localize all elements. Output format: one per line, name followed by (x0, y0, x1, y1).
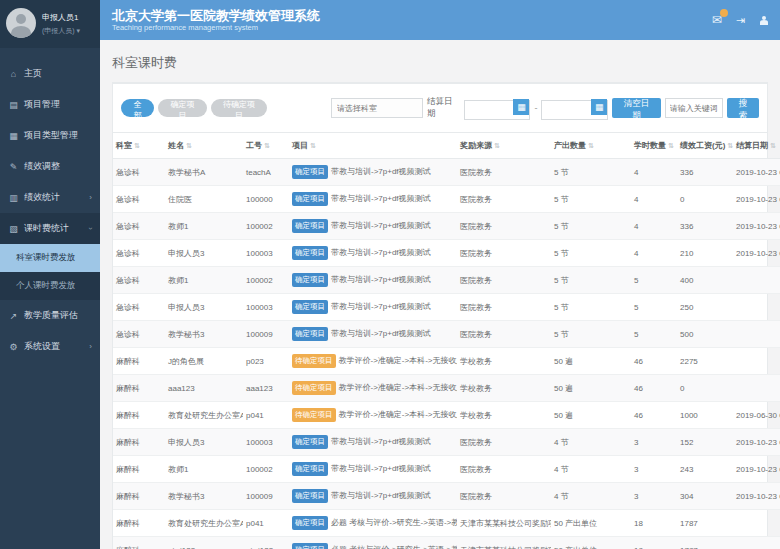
sort-icon[interactable]: ⇅ (494, 142, 500, 149)
table-row[interactable]: 麻醉科教育处研究生办公室Ap041确定项目必题 考核与评价->研究生->英语->… (113, 510, 780, 537)
cell-department: 麻醉科 (113, 456, 165, 483)
table-row[interactable]: 急诊科教学秘书AteachA确定项目带教与培训->7p+df视频测试医院教务5 … (113, 159, 780, 186)
sort-icon[interactable]: ⇅ (588, 142, 594, 149)
user-icon[interactable] (759, 16, 768, 25)
cell-employee-id: 100003 (243, 294, 289, 321)
cell-salary: 2275 (677, 348, 733, 375)
filter-unconfirmed-button[interactable]: 待确定项目 (211, 99, 267, 117)
logout-icon[interactable]: ⇥ (736, 14, 745, 27)
cell-department: 麻醉科 (113, 483, 165, 510)
avatar (6, 8, 36, 38)
cell-department: 急诊科 (113, 267, 165, 294)
sidebar-item-1[interactable]: ▤项目管理 (0, 89, 100, 120)
cell-salary: 152 (677, 429, 733, 456)
cell-employee-id: aiwi123 (243, 537, 289, 549)
cell-reward-source: 医院教务 (457, 321, 551, 348)
filter-confirmed-button[interactable]: 确定项目 (158, 99, 207, 117)
cell-output-qty: 4 节 (551, 429, 631, 456)
cell-hours-qty: 18 (631, 537, 677, 549)
cell-employee-id: 100000 (243, 186, 289, 213)
table-row[interactable]: 麻醉科J的角色展p023待确定项目教学评价->准确定->本科->无接收人学校教务… (113, 348, 780, 375)
cell-salary: 336 (677, 159, 733, 186)
calendar-icon[interactable]: ▦ (591, 99, 607, 115)
sort-icon[interactable]: ⇅ (668, 142, 674, 149)
table-row[interactable]: 急诊科申报人员3100003确定项目带教与培训->7p+df视频测试医院教务5 … (113, 294, 780, 321)
calendar-icon[interactable]: ▦ (513, 99, 529, 115)
table-row[interactable]: 麻醉科教育处研究生办公室Ap041待确定项目教学评价->准确定->本科->无接收… (113, 402, 780, 429)
cell-hours-qty: 3 (631, 483, 677, 510)
cell-reward-source: 医院教务 (457, 186, 551, 213)
cell-reward-source: 医院教务 (457, 429, 551, 456)
envelope-icon[interactable]: ✉ (712, 13, 722, 27)
cell-settle-date (733, 267, 780, 294)
search-button[interactable]: 搜索 (727, 98, 759, 118)
cell-hours-qty: 5 (631, 294, 677, 321)
user-role-dropdown[interactable]: (申报人员) ▾ (42, 26, 80, 36)
cell-project: 确定项目带教与培训->7p+df视频测试 (289, 456, 457, 483)
cell-hours-qty: 5 (631, 321, 677, 348)
cell-hours-qty: 4 (631, 186, 677, 213)
column-header[interactable]: 奖励来源⇅ (457, 133, 551, 159)
table-row[interactable]: 麻醉科申报人员3100003确定项目带教与培训->7p+df视频测试医院教务4 … (113, 429, 780, 456)
sidebar-item-7[interactable]: ⚙系统设置› (0, 331, 100, 362)
clear-date-button[interactable]: 清空日期 (612, 98, 660, 118)
cell-salary: 1000 (677, 402, 733, 429)
cell-salary: 243 (677, 456, 733, 483)
sort-icon[interactable]: ⇅ (134, 142, 140, 149)
date-separator: - (534, 103, 537, 113)
sidebar: 申报人员1 (申报人员) ▾ ⌂主页▤项目管理▦项目类型管理✎绩效调整▥绩效统计… (0, 0, 100, 549)
table-row[interactable]: 急诊科教师1100002确定项目带教与培训->7p+df视频测试医院教务5 节5… (113, 267, 780, 294)
column-header[interactable]: 工号⇅ (243, 133, 289, 159)
sidebar-item-0[interactable]: ⌂主页 (0, 58, 100, 89)
sort-icon[interactable]: ⇅ (186, 142, 192, 149)
project-status-badge: 确定项目 (292, 516, 328, 530)
cell-project: 待确定项目教学评价->准确定->本科->无接收人 (289, 375, 457, 402)
table-row[interactable]: 麻醉科aiwi123aiwi123确定项目必题 考核与评价->研究生->英语->… (113, 537, 780, 549)
topbar: 北京大学第一医院教学绩效管理系统 Teaching performance ma… (100, 0, 780, 40)
sidebar-subitem-5-0[interactable]: 科室课时费发放 (0, 244, 100, 272)
cell-project: 确定项目带教与培训->7p+df视频测试 (289, 321, 457, 348)
user-panel[interactable]: 申报人员1 (申报人员) ▾ (0, 0, 100, 48)
table-row[interactable]: 麻醉科教学秘书3100009确定项目带教与培训->7p+df视频测试医院教务4 … (113, 483, 780, 510)
sort-icon[interactable]: ⇅ (264, 142, 270, 149)
cell-hours-qty: 4 (631, 159, 677, 186)
sidebar-item-6[interactable]: ↗教学质量评估 (0, 300, 100, 331)
fee-table: 科室⇅姓名⇅工号⇅项目⇅奖励来源⇅产出数量⇅学时数量⇅绩效工资(元)⇅结算日期⇅… (113, 133, 780, 549)
table-row[interactable]: 麻醉科教师1100002确定项目带教与培训->7p+df视频测试医院教务4 节3… (113, 456, 780, 483)
cell-department: 急诊科 (113, 321, 165, 348)
sort-icon[interactable]: ⇅ (770, 142, 776, 149)
sidebar-subitem-5-1[interactable]: 个人课时费发放 (0, 272, 100, 300)
sidebar-item-3[interactable]: ✎绩效调整 (0, 151, 100, 182)
cell-reward-source: 天津市某某科技公司奖励项目 (457, 510, 551, 537)
column-header[interactable]: 姓名⇅ (165, 133, 243, 159)
sidebar-item-5[interactable]: ▧课时费统计› (0, 213, 100, 244)
sort-icon[interactable]: ⇅ (727, 142, 733, 149)
column-header[interactable]: 产出数量⇅ (551, 133, 631, 159)
column-header[interactable]: 结算日期⇅ (733, 133, 780, 159)
column-header[interactable]: 学时数量⇅ (631, 133, 677, 159)
sort-icon[interactable]: ⇅ (310, 142, 316, 149)
sidebar-item-2[interactable]: ▦项目类型管理 (0, 120, 100, 151)
table-row[interactable]: 急诊科教学秘书3100009确定项目带教与培训->7p+df视频测试医院教务5 … (113, 321, 780, 348)
cell-output-qty: 5 节 (551, 159, 631, 186)
department-select-input[interactable] (331, 98, 423, 118)
column-header[interactable]: 项目⇅ (289, 133, 457, 159)
filter-all-button[interactable]: 全部 (121, 99, 154, 117)
sidebar-item-label: 系统设置 (24, 340, 60, 353)
column-header[interactable]: 绩效工资(元)⇅ (677, 133, 733, 159)
table-row[interactable]: 急诊科住院医100000确定项目带教与培训->7p+df视频测试医院教务5 节4… (113, 186, 780, 213)
chart-bar-icon: ▥ (8, 193, 19, 203)
project-status-badge: 确定项目 (292, 543, 328, 549)
page-title: 科室课时费 (112, 54, 768, 72)
cell-settle-date: 2019-10-23 00:00:00 (733, 456, 780, 483)
sidebar-item-4[interactable]: ▥绩效统计› (0, 182, 100, 213)
table-row[interactable]: 急诊科申报人员3100003确定项目带教与培训->7p+df视频测试医院教务5 … (113, 240, 780, 267)
keyword-search-input[interactable] (665, 98, 723, 118)
cell-project: 确定项目带教与培训->7p+df视频测试 (289, 159, 457, 186)
table-row[interactable]: 急诊科教师1100002确定项目带教与培训->7p+df视频测试医院教务5 节4… (113, 213, 780, 240)
sidebar-item-label: 项目类型管理 (24, 129, 78, 142)
cell-reward-source: 医院教务 (457, 159, 551, 186)
table-row[interactable]: 麻醉科aaa123aaa123待确定项目教学评价->准确定->本科->无接收人学… (113, 375, 780, 402)
column-header[interactable]: 科室⇅ (113, 133, 165, 159)
project-status-badge: 待确定项目 (292, 354, 336, 368)
